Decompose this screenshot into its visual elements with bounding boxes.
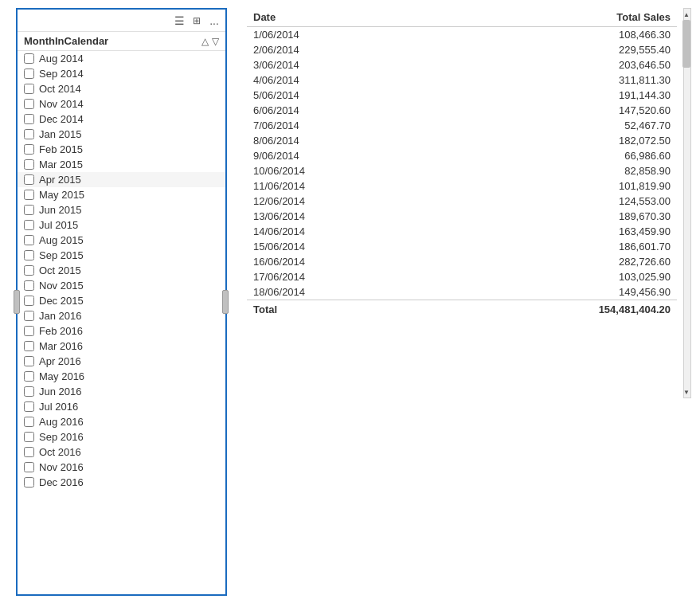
checkbox-aug-2016[interactable] [24,417,34,427]
table-row: 8/06/2014182,072.50 [247,133,677,148]
checkbox-mar-2015[interactable] [24,159,34,170]
grid-icon[interactable]: ⊞ [190,14,203,27]
checkbox-apr-2016[interactable] [24,356,34,366]
list-item[interactable]: Jan 2015 [18,127,225,142]
scroll-down-arrow[interactable]: ▼ [682,386,690,397]
checkbox-oct-2016[interactable] [24,447,34,457]
more-icon[interactable]: ... [208,14,221,27]
checkbox-sep-2014[interactable] [24,69,34,79]
list-item[interactable]: Apr 2015 [18,172,225,187]
checkbox-label: Sep 2014 [39,68,84,80]
cell-sales: 186,601.70 [433,239,677,254]
list-item[interactable]: Apr 2016 [18,354,225,369]
list-item[interactable]: Nov 2014 [18,96,225,112]
right-resize-handle[interactable] [222,290,229,314]
checkbox-label: Feb 2015 [39,143,83,155]
table-row: 13/06/2014189,670.30 [247,209,677,224]
checkbox-dec-2016[interactable] [24,477,34,488]
list-item[interactable]: Mar 2015 [18,157,225,172]
checkbox-label: Nov 2016 [39,461,84,473]
cell-date: 6/06/2014 [247,103,433,118]
table-row: 11/06/2014101,819.90 [247,178,677,194]
list-item[interactable]: Jan 2016 [18,308,225,323]
table-row: 14/06/2014163,459.90 [247,224,677,239]
cell-sales: 203,646.50 [433,57,677,72]
checkbox-dec-2014[interactable] [24,114,34,124]
checkbox-jul-2015[interactable] [24,220,34,230]
sort-asc-icon[interactable]: △ [201,36,209,47]
checkbox-label: May 2015 [39,189,84,201]
checkbox-dec-2015[interactable] [24,296,34,306]
checkbox-jul-2016[interactable] [24,401,34,412]
checkbox-list[interactable]: Aug 2014Sep 2014Oct 2014Nov 2014Dec 2014… [18,51,225,594]
checkbox-apr-2015[interactable] [24,174,34,185]
list-item[interactable]: Mar 2016 [18,339,225,354]
checkbox-oct-2015[interactable] [24,265,34,276]
cell-date: 16/06/2014 [247,254,433,269]
panel-header: MonthInCalendar △ ▽ [18,32,225,51]
list-item[interactable]: May 2015 [18,187,225,202]
list-item[interactable]: Dec 2014 [18,112,225,127]
list-item[interactable]: Sep 2016 [18,429,225,444]
right-scrollbar[interactable]: ▲ ▼ [683,8,691,398]
cell-sales: 163,459.90 [433,224,677,239]
checkbox-label: Feb 2016 [39,325,83,337]
checkbox-aug-2015[interactable] [24,235,34,245]
checkbox-nov-2014[interactable] [24,99,34,109]
checkbox-feb-2015[interactable] [24,144,34,155]
table-row: 3/06/2014203,646.50 [247,57,677,72]
list-item[interactable]: Jun 2016 [18,384,225,399]
checkbox-label: Nov 2015 [39,280,84,292]
cell-date: 11/06/2014 [247,178,433,194]
cell-date: 8/06/2014 [247,133,433,148]
list-item[interactable]: May 2016 [18,369,225,384]
checkbox-label: Dec 2015 [39,295,84,307]
cell-sales: 103,025.90 [433,269,677,284]
table-row: 18/06/2014149,456.90 [247,284,677,300]
list-item[interactable]: Jul 2016 [18,399,225,414]
sort-desc-icon[interactable]: ▽ [212,36,219,47]
list-item[interactable]: Nov 2016 [18,460,225,475]
checkbox-nov-2015[interactable] [24,280,34,291]
checkbox-sep-2016[interactable] [24,432,34,442]
list-item[interactable]: Sep 2015 [18,248,225,263]
list-item[interactable]: Sep 2014 [18,66,225,81]
checkbox-label: Mar 2016 [39,340,83,352]
checkbox-oct-2014[interactable] [24,84,34,94]
list-item[interactable]: Jul 2015 [18,217,225,233]
list-item[interactable]: Jun 2015 [18,202,225,217]
scroll-up-arrow[interactable]: ▲ [682,9,690,20]
total-row: Total154,481,404.20 [247,300,677,318]
list-item[interactable]: Oct 2015 [18,263,225,278]
list-item[interactable]: Oct 2014 [18,81,225,96]
checkbox-jan-2016[interactable] [24,311,34,321]
checkbox-label: Nov 2014 [39,98,84,110]
checkbox-may-2015[interactable] [24,190,34,200]
list-item[interactable]: Aug 2014 [18,51,225,66]
checkbox-jan-2015[interactable] [24,129,34,139]
checkbox-label: Sep 2016 [39,431,84,443]
list-item[interactable]: Nov 2015 [18,278,225,293]
hamburger-icon[interactable]: ☰ [173,14,186,27]
checkbox-feb-2016[interactable] [24,326,34,336]
checkbox-aug-2014[interactable] [24,53,34,64]
list-item[interactable]: Feb 2015 [18,142,225,157]
checkbox-jun-2016[interactable] [24,386,34,397]
cell-sales: 311,811.30 [433,72,677,88]
list-item[interactable]: Aug 2016 [18,414,225,429]
checkbox-sep-2015[interactable] [24,250,34,260]
list-item[interactable]: Aug 2015 [18,233,225,248]
checkbox-label: Oct 2014 [39,83,81,95]
checkbox-jun-2015[interactable] [24,205,34,215]
list-item[interactable]: Oct 2016 [18,444,225,460]
list-item[interactable]: Feb 2016 [18,323,225,339]
checkbox-nov-2016[interactable] [24,462,34,472]
table-row: 9/06/201466,986.60 [247,148,677,163]
scrollbar-thumb[interactable] [682,20,690,68]
checkbox-mar-2016[interactable] [24,341,34,351]
list-item[interactable]: Dec 2015 [18,293,225,308]
table-row: 10/06/201482,858.90 [247,163,677,178]
list-item[interactable]: Dec 2016 [18,475,225,490]
checkbox-label: Aug 2016 [39,416,84,428]
checkbox-may-2016[interactable] [24,371,34,382]
